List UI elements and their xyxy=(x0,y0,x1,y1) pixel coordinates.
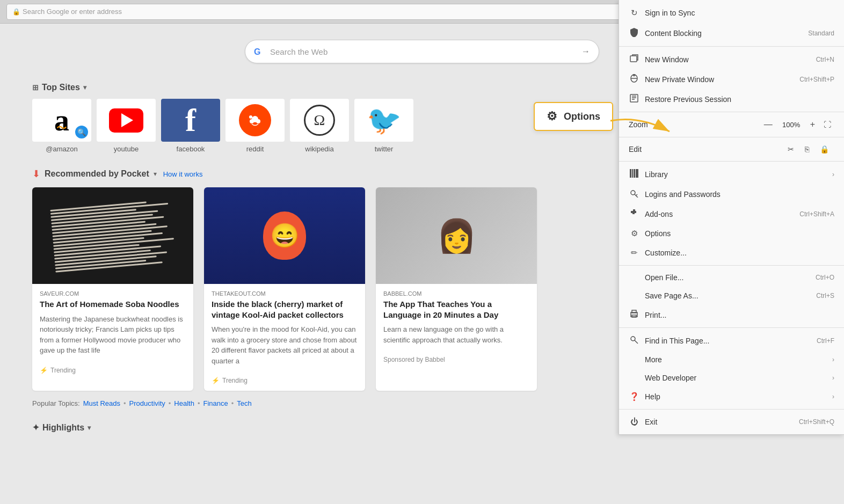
top-site-twitter[interactable]: 🐦 twitter xyxy=(354,99,413,153)
paste-button[interactable]: 🔒 xyxy=(814,145,834,154)
menu-divider-2 xyxy=(619,112,844,112)
svg-point-15 xyxy=(256,119,260,123)
new-window-shortcut: Ctrl+N xyxy=(816,56,834,63)
exit-label: Exit xyxy=(645,418,794,426)
soba-card-image xyxy=(32,187,193,284)
menu-item-library[interactable]: Library › xyxy=(619,164,844,184)
topic-tech[interactable]: Tech xyxy=(237,399,251,407)
soba-card-body: SAVEUR.COM The Art of Homemade Soba Nood… xyxy=(32,284,193,362)
svg-point-32 xyxy=(631,337,635,341)
soba-source: SAVEUR.COM xyxy=(40,290,186,297)
zoom-decrease-button[interactable]: — xyxy=(759,120,778,129)
svg-point-14 xyxy=(250,119,254,123)
menu-divider-6 xyxy=(619,327,844,328)
menu-item-addons[interactable]: Add-ons Ctrl+Shift+A xyxy=(619,204,844,224)
reddit-snoo-icon xyxy=(239,104,271,136)
menu-item-sign-in-sync[interactable]: ↻ Sign in to Sync xyxy=(619,3,844,23)
svg-rect-31 xyxy=(632,315,636,317)
key-icon xyxy=(629,189,639,199)
sync-icon: ↻ xyxy=(629,8,639,18)
lock-icon: 🔒 xyxy=(12,8,20,16)
svg-line-28 xyxy=(636,194,637,195)
youtube-label: youtube xyxy=(114,145,139,153)
edit-label: Edit xyxy=(629,145,782,154)
sign-in-sync-label: Sign in to Sync xyxy=(645,9,834,17)
top-site-reddit[interactable]: reddit xyxy=(225,99,285,153)
top-sites-grid-icon: ⊞ xyxy=(32,83,39,92)
print-label: Print... xyxy=(645,311,834,319)
menu-item-restore-session[interactable]: Restore Previous Session xyxy=(619,89,844,109)
google-logo: G xyxy=(254,46,265,57)
soba-title: The Art of Homemade Soba Noodles xyxy=(40,299,186,310)
dropdown-menu: ↻ Sign in to Sync Content Blocking Stand… xyxy=(619,0,844,435)
find-icon xyxy=(629,335,639,346)
babbel-title: The App That Teaches You a Language in 2… xyxy=(383,299,529,320)
menu-item-logins-passwords[interactable]: Logins and Passwords xyxy=(619,184,844,204)
customize-label: Customize... xyxy=(645,249,834,257)
topic-health[interactable]: Health xyxy=(174,399,194,407)
zoom-fullscreen-button[interactable]: ⛶ xyxy=(820,120,834,129)
pocket-card-babbel[interactable]: 👩 BABBEL.COM The App That Teaches You a … xyxy=(376,187,537,391)
cut-button[interactable]: ✂ xyxy=(782,145,799,154)
menu-item-web-developer[interactable]: Web Developer › xyxy=(619,369,844,387)
options-label: Options xyxy=(645,229,834,238)
search-input[interactable]: Search the Web xyxy=(270,47,581,56)
koolaid-title: Inside the black (cherry) market of vint… xyxy=(212,299,358,320)
topic-productivity[interactable]: Productivity xyxy=(129,399,165,407)
svg-rect-23 xyxy=(632,169,633,178)
babbel-footer: Sponsored by Babbel xyxy=(376,352,537,370)
find-in-page-shortcut: Ctrl+F xyxy=(817,337,834,345)
zoom-increase-button[interactable]: + xyxy=(805,120,820,129)
menu-item-help[interactable]: ❓ Help › xyxy=(619,387,844,406)
top-site-facebook[interactable]: f facebook xyxy=(161,99,220,153)
reddit-label: reddit xyxy=(246,145,264,153)
top-sites-chevron-icon[interactable]: ▾ xyxy=(83,84,86,91)
menu-item-new-window[interactable]: New Window Ctrl+N xyxy=(619,49,844,69)
menu-item-print[interactable]: Print... xyxy=(619,305,844,325)
pocket-card-koolaid[interactable]: 😄 THETAKEOUT.COM Inside the black (cherr… xyxy=(204,187,365,391)
more-label: More xyxy=(645,355,827,364)
private-window-icon xyxy=(629,74,639,84)
options-callout-label: Options xyxy=(564,111,600,122)
how-it-works-link[interactable]: How it works xyxy=(163,170,203,178)
menu-item-more[interactable]: More › xyxy=(619,350,844,369)
new-private-window-label: New Private Window xyxy=(645,75,794,84)
trending-icon: ⚡ xyxy=(40,367,48,374)
topic-must-reads[interactable]: Must Reads xyxy=(83,399,120,407)
customize-icon: ✏ xyxy=(629,248,639,258)
topic-dot-4: • xyxy=(231,399,234,407)
menu-item-customize[interactable]: ✏ Customize... xyxy=(619,243,844,262)
topic-finance[interactable]: Finance xyxy=(203,399,228,407)
top-site-wikipedia[interactable]: Ω wikipedia xyxy=(290,99,349,153)
top-site-amazon[interactable]: a 〜 🔍 @amazon xyxy=(32,99,91,153)
svg-text:G: G xyxy=(254,47,260,56)
copy-button[interactable]: ⎘ xyxy=(799,145,814,154)
menu-item-content-blocking[interactable]: Content Blocking Standard xyxy=(619,23,844,43)
menu-item-find-in-page[interactable]: Find in This Page... Ctrl+F xyxy=(619,331,844,350)
top-sites-label: Top Sites xyxy=(42,83,80,92)
menu-item-open-file[interactable]: Open File... Ctrl+O xyxy=(619,268,844,287)
topic-dot-3: • xyxy=(198,399,200,407)
menu-item-new-private-window[interactable]: New Private Window Ctrl+Shift+P xyxy=(619,69,844,89)
pocket-dropdown-icon[interactable]: ▾ xyxy=(154,170,157,178)
menu-divider-5 xyxy=(619,265,844,266)
babbel-desc: Learn a new language on the go with a sc… xyxy=(383,324,529,345)
koolaid-footer: ⚡ Trending xyxy=(204,372,365,391)
pocket-title: Recommended by Pocket xyxy=(45,169,149,179)
highlights-chevron-icon[interactable]: ▾ xyxy=(88,424,91,432)
koolaid-man-icon: 😄 xyxy=(263,211,306,260)
menu-item-save-page[interactable]: Save Page As... Ctrl+S xyxy=(619,287,844,305)
menu-item-exit[interactable]: ⏻ Exit Ctrl+Shift+Q xyxy=(619,412,844,431)
exit-shortcut: Ctrl+Shift+Q xyxy=(799,418,834,426)
top-site-youtube[interactable]: youtube xyxy=(97,99,156,153)
web-developer-label: Web Developer xyxy=(645,374,827,382)
search-bar[interactable]: G Search the Web → xyxy=(245,40,599,63)
amazon-smile-icon: 〜 xyxy=(56,121,67,135)
twitter-bird-icon: 🐦 xyxy=(367,104,402,137)
koolaid-card-body: THETAKEOUT.COM Inside the black (cherry)… xyxy=(204,284,365,372)
topic-dot-1: • xyxy=(123,399,126,407)
new-window-label: New Window xyxy=(645,55,811,64)
menu-item-options[interactable]: ⚙ Options xyxy=(619,224,844,243)
options-callout: ⚙ Options xyxy=(534,102,613,131)
pocket-card-soba[interactable]: SAVEUR.COM The Art of Homemade Soba Nood… xyxy=(32,187,193,391)
